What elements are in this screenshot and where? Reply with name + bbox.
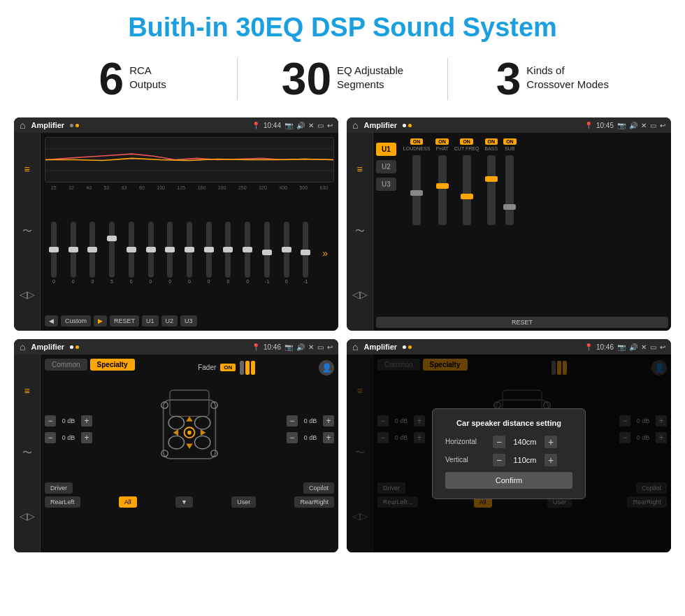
back-icon-4[interactable]: ↩ <box>660 343 665 351</box>
reset-button[interactable]: RESET <box>110 315 139 327</box>
db-plus-3[interactable]: + <box>323 415 334 427</box>
slider-thumb[interactable] <box>49 247 59 252</box>
minimize-icon-4[interactable]: ▭ <box>650 343 656 351</box>
sub-thumb[interactable] <box>503 204 516 210</box>
cutfreq-thumb[interactable] <box>461 194 473 199</box>
slider-thumb[interactable] <box>262 250 272 255</box>
minimize-icon-1[interactable]: ▭ <box>317 122 324 129</box>
db-plus-2[interactable]: + <box>81 432 92 443</box>
slider-thumb[interactable] <box>204 247 214 252</box>
slider-thumb[interactable] <box>146 247 156 252</box>
home-icon-2[interactable]: ⌂ <box>352 120 358 131</box>
db-minus-2[interactable]: − <box>45 432 56 443</box>
preset-label[interactable]: Custom <box>61 315 91 327</box>
speaker-icon-2[interactable]: ◁▷ <box>352 289 368 300</box>
slider-track[interactable] <box>225 222 231 278</box>
slider-track[interactable] <box>206 222 212 278</box>
wave-icon[interactable]: 〜 <box>22 225 32 238</box>
speaker-icon[interactable]: ◁▷ <box>20 289 35 300</box>
u1-button[interactable]: U1 <box>142 315 159 327</box>
slider-track[interactable] <box>129 222 134 278</box>
speaker-icon-3[interactable]: ◁▷ <box>20 510 35 522</box>
vertical-plus[interactable]: + <box>545 454 557 466</box>
cutfreq-slider[interactable] <box>463 155 471 225</box>
slider-track[interactable] <box>264 222 270 278</box>
phat-slider[interactable] <box>438 155 447 225</box>
specialty-tab-3[interactable]: Specialty <box>90 359 135 371</box>
slider-thumb[interactable] <box>301 250 310 255</box>
slider-track[interactable] <box>245 222 250 278</box>
horizontal-plus[interactable]: + <box>545 436 557 448</box>
eq-icon-3[interactable]: ≡ <box>24 385 29 396</box>
stat-label-rca-2: Outputs <box>129 78 166 92</box>
slider-thumb[interactable] <box>127 247 136 252</box>
db-plus-1[interactable]: + <box>81 415 92 427</box>
rearleft-button-3[interactable]: RearLeft <box>45 496 80 508</box>
back-icon-1[interactable]: ↩ <box>327 122 333 129</box>
vertical-minus[interactable]: − <box>493 454 505 466</box>
rearright-button-3[interactable]: RearRight <box>294 496 334 508</box>
home-icon-3[interactable]: ⌂ <box>20 341 25 352</box>
eq-icon[interactable]: ≡ <box>24 164 29 175</box>
slider-track[interactable] <box>109 222 115 278</box>
u1-amp-button[interactable]: U1 <box>376 143 396 156</box>
loudness-thumb[interactable] <box>410 190 423 196</box>
all-button-3[interactable]: All <box>119 496 137 508</box>
driver-button-3[interactable]: Driver <box>45 482 73 494</box>
confirm-button[interactable]: Confirm <box>445 472 572 489</box>
prev-button[interactable]: ◀ <box>45 315 58 327</box>
slider-track[interactable] <box>167 222 173 278</box>
back-icon-3[interactable]: ↩ <box>327 343 333 351</box>
bass-thumb[interactable] <box>485 176 498 182</box>
db-plus-4[interactable]: + <box>323 432 334 443</box>
loudness-slider[interactable] <box>412 155 421 225</box>
reset-amp-button[interactable]: RESET <box>376 317 668 328</box>
play-button[interactable]: ▶ <box>94 315 107 327</box>
db-minus-4[interactable]: − <box>287 432 298 443</box>
phat-thumb[interactable] <box>436 183 449 189</box>
copilot-button-3[interactable]: Copilot <box>303 482 334 494</box>
u2-button[interactable]: U2 <box>161 315 178 327</box>
expand-icon[interactable]: » <box>322 248 328 259</box>
slider-thumb[interactable] <box>223 247 233 252</box>
slider-thumb[interactable] <box>243 247 252 252</box>
minimize-icon-3[interactable]: ▭ <box>317 343 324 351</box>
slider-track[interactable] <box>148 222 154 278</box>
slider-thumb[interactable] <box>87 247 97 252</box>
sub-slider[interactable] <box>505 155 514 225</box>
u3-amp-button[interactable]: U3 <box>376 178 396 191</box>
u3-button[interactable]: U3 <box>180 315 197 327</box>
close-icon-3[interactable]: ✕ <box>308 343 314 351</box>
minimize-icon-2[interactable]: ▭ <box>650 122 656 129</box>
slider-thumb[interactable] <box>107 236 117 241</box>
bass-slider[interactable] <box>487 155 496 225</box>
user-button-3[interactable]: User <box>231 496 256 508</box>
slider-thumb[interactable] <box>185 247 194 252</box>
db-minus-1[interactable]: − <box>45 415 56 427</box>
eq-icon-2[interactable]: ≡ <box>356 164 362 175</box>
db-minus-3[interactable]: − <box>287 415 298 427</box>
slider-track[interactable] <box>303 222 308 278</box>
slider-track[interactable] <box>71 222 76 278</box>
home-icon-1[interactable]: ⌂ <box>20 120 25 131</box>
slider-thumb[interactable] <box>282 247 291 252</box>
slider-track[interactable] <box>89 222 95 278</box>
slider-thumb[interactable] <box>165 247 175 252</box>
slider-track[interactable] <box>284 222 289 278</box>
close-icon-2[interactable]: ✕ <box>641 122 647 129</box>
slider-track[interactable] <box>187 222 192 278</box>
home-icon-4[interactable]: ⌂ <box>352 341 358 352</box>
horizontal-minus[interactable]: − <box>493 436 505 448</box>
u2-amp-button[interactable]: U2 <box>376 160 396 173</box>
slider-track[interactable] <box>51 222 57 278</box>
close-icon-4[interactable]: ✕ <box>641 343 647 351</box>
vertical-value: 110cm <box>511 456 539 464</box>
nav-down-3[interactable]: ▼ <box>175 496 193 508</box>
back-icon-2[interactable]: ↩ <box>660 122 665 129</box>
close-icon-1[interactable]: ✕ <box>308 122 314 129</box>
slider-thumb[interactable] <box>68 247 78 252</box>
wave-icon-2[interactable]: 〜 <box>355 225 365 238</box>
profile-icon-3[interactable]: 👤 <box>319 360 334 375</box>
wave-icon-3[interactable]: 〜 <box>22 447 32 459</box>
common-tab-3[interactable]: Common <box>45 359 87 371</box>
